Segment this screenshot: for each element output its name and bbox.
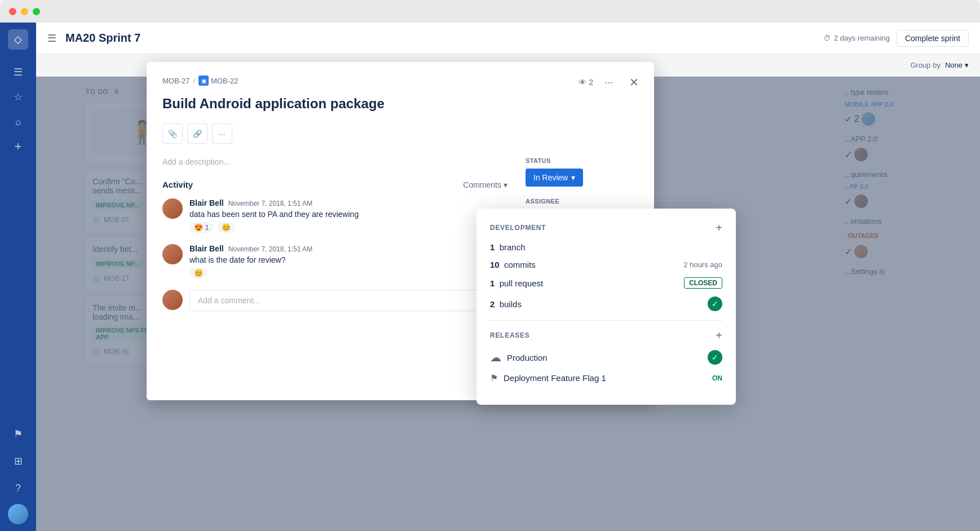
group-by-label: Group by xyxy=(910,61,940,69)
deployment-status: ON xyxy=(712,374,722,382)
assignee-label: ASSIGNEE xyxy=(526,198,638,205)
close-window-btn[interactable] xyxy=(9,8,16,15)
releases-section: RELEASES + ☁ Production ✓ ⚑ Deployment F… xyxy=(490,330,722,383)
development-add-button[interactable]: + xyxy=(716,222,722,233)
group-by-dropdown[interactable]: None ▾ xyxy=(945,61,969,69)
comment-text: data has been sent to PA and they are re… xyxy=(189,210,359,219)
description-field[interactable]: Add a description... xyxy=(162,157,507,166)
window-chrome xyxy=(0,0,980,23)
timer-info: ⏱ 2 days remaining xyxy=(823,34,890,42)
comment-avatar2 xyxy=(162,244,183,264)
current-user-avatar xyxy=(162,290,183,310)
maximize-window-btn[interactable] xyxy=(33,8,40,15)
chevron-down-icon: ▾ xyxy=(571,173,575,182)
releases-add-button[interactable]: + xyxy=(716,330,722,341)
deployment-label: Deployment Feature Flag 1 xyxy=(504,373,606,383)
divider xyxy=(490,320,722,321)
activity-section: Activity Comments ▾ Blair Bell November … xyxy=(162,180,507,311)
comment-time2: November 7, 2018, 1:51 AM xyxy=(228,245,312,253)
add-icon[interactable]: + xyxy=(7,135,29,158)
production-label: Production xyxy=(507,353,548,362)
reaction-badge[interactable]: 😍 1 xyxy=(189,222,214,233)
pr-status-badge: CLOSED xyxy=(684,277,722,289)
comment-avatar xyxy=(162,198,183,219)
timer-icon: ⏱ xyxy=(823,34,831,42)
modal-left-panel: Add a description... Activity Comments ▾… xyxy=(162,157,507,311)
comment-author2: Blair Bell xyxy=(189,244,224,253)
commits-row[interactable]: 10 commits 2 hours ago xyxy=(490,260,722,269)
builds-status-icon: ✓ xyxy=(708,297,722,311)
comment-author: Blair Bell xyxy=(189,198,224,207)
status-label: STATUS xyxy=(526,157,638,164)
page-title: MA20 Sprint 7 xyxy=(65,32,140,45)
modal-close-button[interactable]: ✕ xyxy=(625,73,643,91)
commits-time: 2 hours ago xyxy=(683,260,722,269)
complete-sprint-button[interactable]: Complete sprint xyxy=(897,30,969,47)
eye-icon: 👁 xyxy=(579,78,586,87)
menu-toggle[interactable]: ☰ xyxy=(47,32,56,45)
task-type-icon: ▣ xyxy=(198,76,209,86)
help-sidebar-icon[interactable]: ? xyxy=(7,477,29,499)
star-icon[interactable]: ☆ xyxy=(7,86,29,108)
builds-row[interactable]: 2 builds ✓ xyxy=(490,297,722,311)
breadcrumb: MOB-27 / ▣ MOB-22 xyxy=(162,76,638,86)
flag-sidebar-icon[interactable]: ⚑ xyxy=(7,423,29,445)
breadcrumb-parent[interactable]: MOB-27 xyxy=(162,77,189,85)
chevron-down-icon: ▾ xyxy=(504,180,507,189)
comment-item: Blair Bell November 7, 2018, 1:51 AM dat… xyxy=(162,198,507,233)
more-toolbar-button[interactable]: ··· xyxy=(212,123,232,144)
reaction-badge2[interactable]: 😊 xyxy=(217,222,235,233)
grid-sidebar-icon[interactable]: ⊞ xyxy=(7,450,29,472)
sidebar: ◇ ☰ ☆ ⌕ + ⚑ ⊞ ? xyxy=(0,23,36,531)
status-section: STATUS In Review ▾ xyxy=(526,157,638,187)
deployment-flag-icon: ⚑ xyxy=(490,373,498,383)
status-button[interactable]: In Review ▾ xyxy=(526,169,583,187)
comment-time: November 7, 2018, 1:51 AM xyxy=(228,200,312,207)
attach-button[interactable]: 📎 xyxy=(162,123,183,144)
deployment-flag-row[interactable]: ⚑ Deployment Feature Flag 1 ON xyxy=(490,373,722,383)
hamburger-icon[interactable]: ☰ xyxy=(7,61,29,83)
search-icon[interactable]: ⌕ xyxy=(7,110,29,133)
timer-label: 2 days remaining xyxy=(834,34,890,42)
modal-toolbar: 📎 🔗 ··· xyxy=(162,123,638,144)
logo-icon[interactable]: ◇ xyxy=(8,29,28,50)
watchers-count: 👁 2 xyxy=(579,78,593,87)
modal-title: Build Android application package xyxy=(162,95,638,112)
top-bar: ☰ MA20 Sprint 7 ⏱ 2 days remaining Compl… xyxy=(36,23,980,54)
production-row[interactable]: ☁ Production ✓ xyxy=(490,350,722,365)
minimize-window-btn[interactable] xyxy=(21,8,28,15)
link-button[interactable]: 🔗 xyxy=(187,123,208,144)
comment-input[interactable]: Add a comment... xyxy=(189,290,507,311)
comment-input-row: Add a comment... xyxy=(162,290,507,311)
comments-label: Comments xyxy=(463,180,501,189)
comments-dropdown[interactable]: Comments ▾ xyxy=(463,180,507,189)
activity-title: Activity xyxy=(162,180,193,189)
comment-reactions2: 😊 xyxy=(189,268,312,278)
reaction-badge3[interactable]: 😊 xyxy=(189,268,208,278)
comment-text2: what is the date for review? xyxy=(189,255,312,264)
comment-reactions: 😍 1 😊 xyxy=(189,222,359,233)
branch-row[interactable]: 1 branch xyxy=(490,242,722,252)
breadcrumb-current: MOB-22 xyxy=(211,77,238,85)
more-options-button[interactable]: ··· xyxy=(600,73,618,91)
comment-item: Blair Bell November 7, 2018, 1:51 AM wha… xyxy=(162,244,507,278)
releases-title: RELEASES xyxy=(490,331,529,339)
pull-request-row[interactable]: 1 pull request CLOSED xyxy=(490,277,722,289)
production-status-icon: ✓ xyxy=(708,350,722,365)
development-title: DEVELOPMENT xyxy=(490,224,546,232)
modal-header-actions: 👁 2 ··· ✕ xyxy=(579,73,643,91)
user-avatar[interactable] xyxy=(8,504,28,524)
chevron-down-icon: ▾ xyxy=(965,61,969,69)
dev-panel: DEVELOPMENT + 1 branch 10 commits 2 hour… xyxy=(476,209,736,405)
production-icon: ☁ xyxy=(490,351,501,364)
